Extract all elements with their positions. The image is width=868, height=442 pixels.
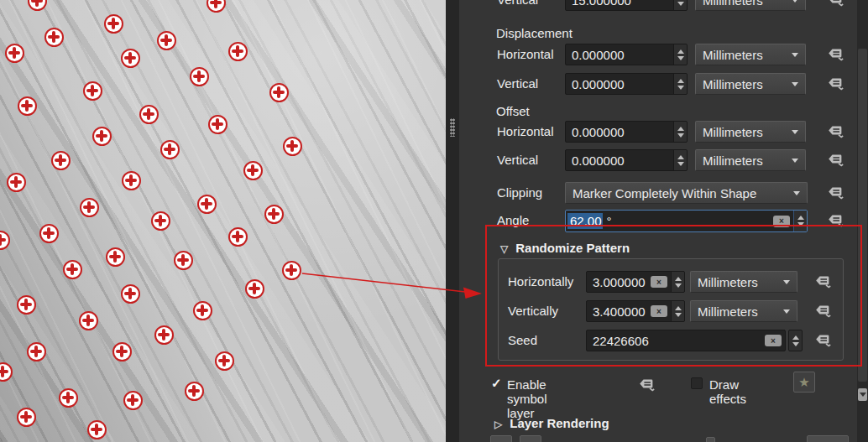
spinner-arrows[interactable] — [673, 0, 687, 10]
data-defined-override-button[interactable] — [636, 375, 656, 395]
map-marker — [83, 81, 102, 101]
map-marker — [121, 49, 140, 68]
spinner-arrows[interactable] — [788, 330, 803, 351]
map-marker — [80, 198, 99, 217]
override-icon — [639, 377, 655, 393]
map-marker — [28, 0, 47, 11]
unit-combo[interactable]: Millimeters — [695, 121, 806, 143]
map-marker — [17, 408, 36, 427]
unit-combo[interactable]: Millimeters — [695, 73, 806, 95]
map-marker — [185, 382, 204, 401]
map-marker — [157, 31, 176, 50]
data-defined-override-button[interactable] — [825, 0, 845, 10]
displacement-vertical-input[interactable]: 0.000000 — [565, 73, 688, 95]
map-marker — [0, 231, 10, 250]
randomize-vertically-input[interactable]: 3.400000 × — [586, 300, 685, 322]
spinner-arrows[interactable] — [671, 301, 684, 321]
symbology-panel: Vertical 15.000000 Millimeters Displacem… — [459, 0, 857, 442]
map-marker — [7, 173, 26, 192]
map-marker — [44, 28, 64, 47]
enable-symbol-layer-checkbox[interactable]: ✓ — [491, 376, 502, 391]
draw-effects-checkbox[interactable] — [691, 377, 703, 389]
scrollbar-down-button[interactable] — [858, 388, 867, 401]
override-icon — [815, 274, 831, 289]
map-marker — [87, 420, 107, 439]
map-marker — [264, 205, 284, 224]
map-marker — [154, 325, 174, 345]
clear-value-icon[interactable]: × — [651, 276, 667, 288]
field-label: Horizontal — [497, 47, 554, 61]
chevron-down-icon — [792, 0, 798, 3]
map-marker — [283, 137, 302, 156]
data-defined-override-button[interactable] — [825, 150, 845, 170]
map-marker — [243, 161, 263, 180]
map-marker — [5, 44, 24, 63]
chevron-down-icon — [792, 82, 798, 86]
field-label: Horizontally — [508, 274, 573, 289]
spinner-arrows[interactable] — [673, 74, 687, 94]
chevron-down-icon — [792, 159, 798, 163]
override-icon — [828, 213, 844, 228]
bottom-toolbar-button[interactable] — [490, 435, 512, 442]
unit-combo[interactable]: Millimeters — [695, 149, 806, 171]
scrollbar-thumb[interactable] — [858, 49, 867, 382]
layer-rendering-header[interactable]: ▷Layer Rendering — [494, 416, 609, 430]
data-defined-override-button[interactable] — [813, 301, 833, 321]
map-marker — [269, 83, 289, 102]
map-canvas[interactable] — [0, 0, 446, 442]
spinner-arrows[interactable] — [673, 122, 687, 142]
spinner-arrows[interactable] — [673, 44, 687, 65]
data-defined-override-button[interactable] — [813, 330, 833, 351]
distance-vertical-input[interactable]: 15.000000 — [565, 0, 688, 11]
spinner-arrows[interactable] — [673, 150, 687, 170]
map-marker — [123, 391, 143, 410]
data-defined-override-button[interactable] — [825, 183, 845, 203]
unit-combo[interactable]: Millimeters — [690, 300, 797, 322]
data-defined-override-button[interactable] — [813, 272, 833, 292]
bottom-toolbar-button[interactable] — [807, 435, 849, 442]
bottom-toolbar-button[interactable] — [520, 435, 541, 442]
data-defined-override-button[interactable] — [825, 122, 845, 142]
angle-input[interactable]: 62.00 ° × — [565, 210, 808, 232]
data-defined-override-button[interactable] — [825, 44, 845, 65]
offset-horizontal-input[interactable]: 0.000000 — [565, 121, 688, 143]
draw-effects-star-button[interactable]: ★ — [793, 372, 815, 393]
override-icon — [828, 76, 844, 91]
map-marker — [282, 261, 301, 280]
map-marker — [215, 351, 234, 371]
map-marker — [122, 171, 141, 190]
unit-combo[interactable]: Millimeters — [695, 44, 806, 65]
bottom-toolbar-button[interactable] — [706, 437, 715, 442]
clipping-combo[interactable]: Marker Completely Within Shape — [565, 182, 808, 204]
map-marker — [139, 105, 159, 124]
clear-value-icon[interactable]: × — [773, 216, 790, 227]
map-marker — [59, 388, 78, 408]
spinner-arrows[interactable] — [793, 211, 807, 231]
randomize-horizontally-input[interactable]: 3.000000 × — [586, 271, 685, 293]
randomize-pattern-header[interactable]: ▽Randomize Pattern — [500, 241, 630, 255]
field-label: Angle — [497, 213, 529, 227]
map-marker — [18, 96, 37, 116]
chevron-down-icon — [792, 53, 798, 57]
seed-input[interactable]: 22426606 × — [586, 330, 786, 351]
chevron-down-icon — [783, 309, 790, 314]
unit-combo[interactable]: Millimeters — [695, 0, 806, 11]
offset-vertical-input[interactable]: 0.000000 — [565, 149, 688, 171]
map-marker — [17, 295, 36, 315]
map-marker — [121, 284, 140, 304]
panel-scrollbar[interactable] — [857, 0, 868, 442]
map-marker — [63, 260, 82, 279]
clear-value-icon[interactable]: × — [651, 305, 667, 317]
panel-splitter[interactable] — [446, 0, 459, 442]
qgis-window: Vertical 15.000000 Millimeters Displacem… — [0, 0, 868, 442]
unit-combo[interactable]: Millimeters — [690, 271, 797, 293]
spinner-arrows[interactable] — [671, 272, 684, 292]
displacement-horizontal-input[interactable]: 0.000000 — [565, 44, 688, 65]
section-label-offset: Offset — [496, 104, 530, 118]
data-defined-override-button[interactable] — [825, 211, 845, 231]
data-defined-override-button[interactable] — [825, 74, 845, 94]
clear-value-icon[interactable]: × — [765, 335, 782, 346]
field-label: Vertical — [497, 153, 538, 167]
map-marker — [193, 301, 212, 320]
star-icon: ★ — [798, 375, 809, 390]
